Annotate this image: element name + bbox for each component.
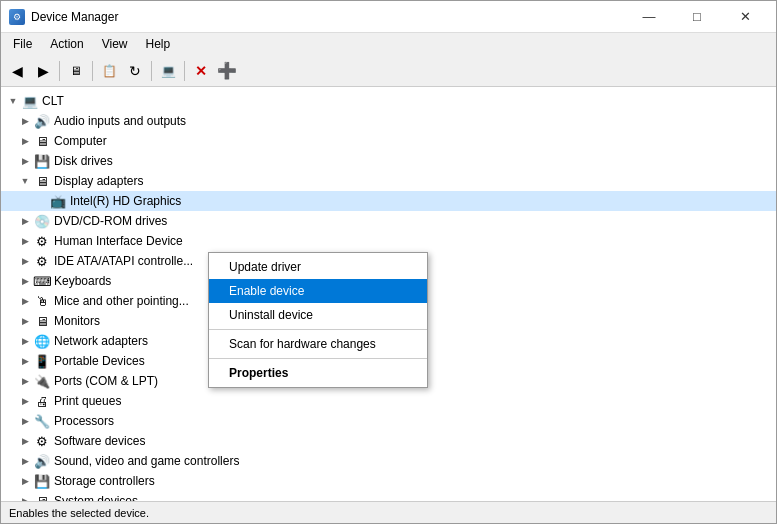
ctx-update-driver[interactable]: Update driver xyxy=(209,255,427,279)
show-desktop-button[interactable]: 🖥 xyxy=(64,59,88,83)
tree-item-software[interactable]: ▶ ⚙ Software devices xyxy=(1,431,776,451)
label-hid: Human Interface Device xyxy=(54,234,183,248)
computer-button[interactable]: 💻 xyxy=(156,59,180,83)
expand-storage[interactable]: ▶ xyxy=(17,476,33,486)
tree-item-display[interactable]: ▼ 🖥 Display adapters xyxy=(1,171,776,191)
label-keyboards: Keyboards xyxy=(54,274,111,288)
ctx-scan-hardware[interactable]: Scan for hardware changes xyxy=(209,332,427,356)
icon-audio: 🔊 xyxy=(33,113,51,129)
label-network: Network adapters xyxy=(54,334,148,348)
content-area: ▼ 💻 CLT ▶ 🔊 Audio inputs and outputs ▶ 🖥… xyxy=(1,87,776,501)
tree-item-print[interactable]: ▶ 🖨 Print queues xyxy=(1,391,776,411)
properties-button[interactable]: 📋 xyxy=(97,59,121,83)
update-driver-button[interactable]: ↻ xyxy=(123,59,147,83)
tree-item-sound[interactable]: ▶ 🔊 Sound, video and game controllers xyxy=(1,451,776,471)
label-audio: Audio inputs and outputs xyxy=(54,114,186,128)
tree-item-hid[interactable]: ▶ ⚙ Human Interface Device xyxy=(1,231,776,251)
back-button[interactable]: ◀ xyxy=(5,59,29,83)
label-processors: Processors xyxy=(54,414,114,428)
expand-dvd[interactable]: ▶ xyxy=(17,216,33,226)
expand-mice[interactable]: ▶ xyxy=(17,296,33,306)
title-bar: ⚙ Device Manager — □ ✕ xyxy=(1,1,776,33)
label-display: Display adapters xyxy=(54,174,143,188)
window-controls: — □ ✕ xyxy=(626,5,768,29)
icon-processors: 🔧 xyxy=(33,413,51,429)
label-monitors: Monitors xyxy=(54,314,100,328)
icon-hid: ⚙ xyxy=(33,233,51,249)
label-portable: Portable Devices xyxy=(54,354,145,368)
tree-item-processors[interactable]: ▶ 🔧 Processors xyxy=(1,411,776,431)
icon-system: 🖥 xyxy=(33,493,51,501)
expand-sound[interactable]: ▶ xyxy=(17,456,33,466)
tree-item-clt[interactable]: ▼ 💻 CLT xyxy=(1,91,776,111)
label-system: System devices xyxy=(54,494,138,501)
label-dvd: DVD/CD-ROM drives xyxy=(54,214,167,228)
expand-system[interactable]: ▶ xyxy=(17,496,33,501)
ctx-properties[interactable]: Properties xyxy=(209,361,427,385)
forward-button[interactable]: ▶ xyxy=(31,59,55,83)
icon-display: 🖥 xyxy=(33,173,51,189)
window-title: Device Manager xyxy=(31,10,626,24)
expand-disk[interactable]: ▶ xyxy=(17,156,33,166)
icon-monitors: 🖥 xyxy=(33,313,51,329)
expand-ide[interactable]: ▶ xyxy=(17,256,33,266)
expand-hid[interactable]: ▶ xyxy=(17,236,33,246)
icon-sound: 🔊 xyxy=(33,453,51,469)
toolbar: ◀ ▶ 🖥 📋 ↻ 💻 ✕ ➕ xyxy=(1,55,776,87)
icon-dvd: 💿 xyxy=(33,213,51,229)
icon-mice: 🖱 xyxy=(33,293,51,309)
menu-view[interactable]: View xyxy=(94,35,136,53)
label-intel-hd: Intel(R) HD Graphics xyxy=(70,194,181,208)
tree-item-disk[interactable]: ▶ 💾 Disk drives xyxy=(1,151,776,171)
expand-software[interactable]: ▶ xyxy=(17,436,33,446)
close-button[interactable]: ✕ xyxy=(722,5,768,29)
icon-network: 🌐 xyxy=(33,333,51,349)
toolbar-separator-3 xyxy=(151,61,152,81)
menu-help[interactable]: Help xyxy=(138,35,179,53)
expand-print[interactable]: ▶ xyxy=(17,396,33,406)
icon-ports: 🔌 xyxy=(33,373,51,389)
device-manager-window: ⚙ Device Manager — □ ✕ File Action View … xyxy=(0,0,777,524)
add-device-button[interactable]: ➕ xyxy=(215,59,239,83)
expand-keyboards[interactable]: ▶ xyxy=(17,276,33,286)
menu-file[interactable]: File xyxy=(5,35,40,53)
menu-action[interactable]: Action xyxy=(42,35,91,53)
tree-item-system[interactable]: ▶ 🖥 System devices xyxy=(1,491,776,501)
tree-item-computer[interactable]: ▶ 🖥 Computer xyxy=(1,131,776,151)
expand-display[interactable]: ▼ xyxy=(17,176,33,186)
tree-item-dvd[interactable]: ▶ 💿 DVD/CD-ROM drives xyxy=(1,211,776,231)
expand-audio[interactable]: ▶ xyxy=(17,116,33,126)
icon-intel-hd: 📺 xyxy=(49,193,67,209)
ctx-uninstall-device[interactable]: Uninstall device xyxy=(209,303,427,327)
expand-network[interactable]: ▶ xyxy=(17,336,33,346)
expand-computer[interactable]: ▶ xyxy=(17,136,33,146)
tree-item-storage[interactable]: ▶ 💾 Storage controllers xyxy=(1,471,776,491)
minimize-button[interactable]: — xyxy=(626,5,672,29)
tree-item-intel-hd[interactable]: 📺 Intel(R) HD Graphics xyxy=(1,191,776,211)
ctx-separator-1 xyxy=(209,329,427,330)
icon-ide: ⚙ xyxy=(33,253,51,269)
icon-print: 🖨 xyxy=(33,393,51,409)
expand-processors[interactable]: ▶ xyxy=(17,416,33,426)
label-software: Software devices xyxy=(54,434,145,448)
status-text: Enables the selected device. xyxy=(9,507,149,519)
tree-item-audio[interactable]: ▶ 🔊 Audio inputs and outputs xyxy=(1,111,776,131)
icon-portable: 📱 xyxy=(33,353,51,369)
label-mice: Mice and other pointing... xyxy=(54,294,189,308)
expand-ports[interactable]: ▶ xyxy=(17,376,33,386)
expand-monitors[interactable]: ▶ xyxy=(17,316,33,326)
maximize-button[interactable]: □ xyxy=(674,5,720,29)
icon-keyboards: ⌨ xyxy=(33,273,51,289)
label-computer: Computer xyxy=(54,134,107,148)
uninstall-button[interactable]: ✕ xyxy=(189,59,213,83)
expand-portable[interactable]: ▶ xyxy=(17,356,33,366)
toolbar-separator-2 xyxy=(92,61,93,81)
context-menu: Update driver Enable device Uninstall de… xyxy=(208,252,428,388)
expand-clt[interactable]: ▼ xyxy=(5,96,21,106)
status-bar: Enables the selected device. xyxy=(1,501,776,523)
icon-software: ⚙ xyxy=(33,433,51,449)
toolbar-separator-1 xyxy=(59,61,60,81)
toolbar-separator-4 xyxy=(184,61,185,81)
ctx-enable-device[interactable]: Enable device xyxy=(209,279,427,303)
menu-bar: File Action View Help xyxy=(1,33,776,55)
